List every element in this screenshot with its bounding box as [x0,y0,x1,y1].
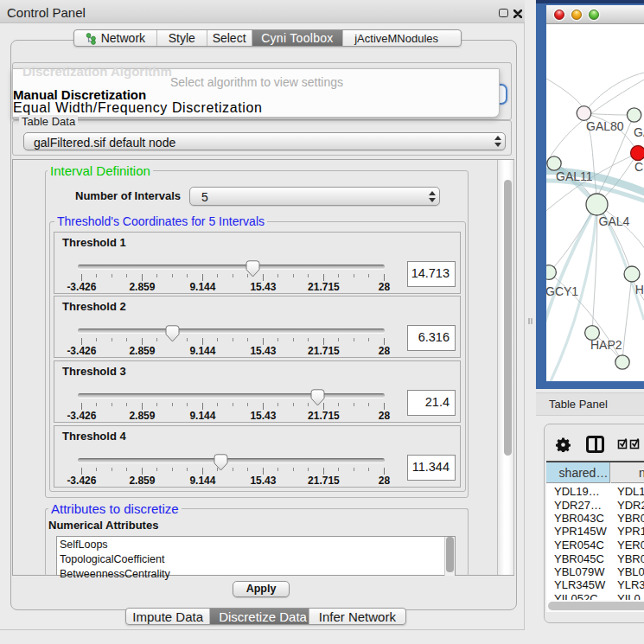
svg-text:GAL80: GAL80 [586,119,624,133]
svg-text:GAL11: GAL11 [556,169,593,183]
svg-text:C: C [634,160,643,174]
svg-text:GCY1: GCY1 [546,284,578,298]
svg-text:GA: GA [634,125,644,139]
svg-text:GAL4: GAL4 [599,214,630,228]
svg-text:H: H [635,283,644,296]
svg-text:HAP2: HAP2 [590,338,622,352]
